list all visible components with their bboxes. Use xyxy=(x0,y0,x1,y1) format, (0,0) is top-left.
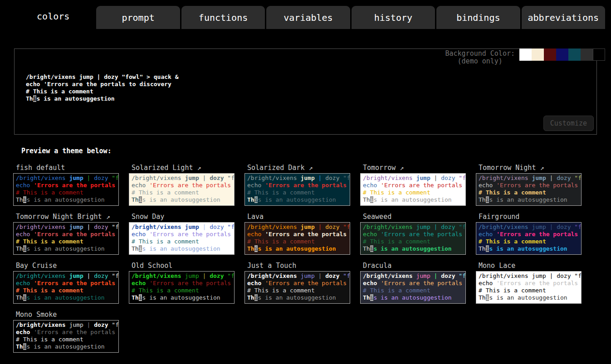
terminal-token: | xyxy=(87,175,94,181)
theme-cell: Lava/bright/vixens jump | dozy "fowl" > … xyxy=(243,211,358,260)
terminal-line: echo 'Errors are the portals to discover… xyxy=(26,81,179,88)
theme-preview-fairground[interactable]: /bright/vixens jump | dozy "fowl" > quac… xyxy=(476,222,582,255)
theme-title[interactable]: Tomorrow ↗ xyxy=(360,162,474,173)
terminal-line: # This is a comment xyxy=(479,238,579,245)
theme-name: Snow Day xyxy=(132,213,164,221)
external-link-icon[interactable]: ↗ xyxy=(304,164,313,172)
terminal-line: # This is a comment xyxy=(26,88,179,95)
theme-cell: Snow Day/bright/vixens jump | dozy "fowl… xyxy=(127,211,243,260)
terminal-token: echo xyxy=(132,182,149,189)
terminal-token: Th xyxy=(479,245,486,252)
terminal-token: # This is a comment xyxy=(247,189,315,196)
terminal-token: # This is a comment xyxy=(132,287,199,294)
terminal-line: echo 'Errors are the portals to discover… xyxy=(16,329,116,336)
terminal-line: # This is a comment xyxy=(16,189,116,196)
theme-preview-tomorrow-night[interactable]: /bright/vixens jump | dozy "fowl" > quac… xyxy=(476,173,582,206)
terminal-line: This is an autosuggestion xyxy=(479,245,579,252)
terminal-line: This is an autosuggestion xyxy=(132,196,232,204)
terminal-token: Th xyxy=(132,294,139,301)
terminal-line: This is an autosuggestion xyxy=(363,294,463,301)
tab-prompt[interactable]: prompt xyxy=(96,6,180,29)
tab-functions[interactable]: functions xyxy=(181,6,265,29)
terminal-token: "fowl" > quack & xyxy=(227,272,235,279)
terminal-token: # This is a comment xyxy=(363,287,430,294)
theme-cell: Bay Cruise/bright/vixens jump | dozy "fo… xyxy=(11,260,127,309)
terminal-token: Th xyxy=(132,196,139,203)
theme-preview-tomorrow[interactable]: /bright/vixens jump | dozy "fowl" > quac… xyxy=(360,173,466,206)
terminal-line: /bright/vixens jump | dozy "fowl" > quac… xyxy=(479,175,579,182)
terminal-token: s is an autosuggestion xyxy=(142,294,220,301)
theme-name: Just a Touch xyxy=(247,262,296,270)
terminal-token: s is an autosuggestion xyxy=(258,294,336,301)
external-link-icon[interactable]: ↗ xyxy=(193,164,201,172)
background-swatch-2[interactable] xyxy=(544,49,556,61)
terminal-token: Th xyxy=(16,343,23,350)
terminal-token: | xyxy=(87,272,94,279)
terminal-token: 'Errors are the portals to discovery xyxy=(381,280,466,286)
external-link-icon[interactable]: ↗ xyxy=(396,164,404,172)
terminal-token: dozy xyxy=(94,223,112,230)
customize-button[interactable]: Customize xyxy=(543,116,594,131)
theme-name: fish default xyxy=(16,164,65,172)
theme-preview-solarized-dark[interactable]: /bright/vixens jump | dozy "fowl" > quac… xyxy=(244,173,350,206)
terminal-token: # This is a comment xyxy=(363,189,430,196)
theme-cell: Mono Smoke/bright/vixens jump | dozy "fo… xyxy=(11,309,127,358)
tab-bindings[interactable]: bindings xyxy=(436,6,520,29)
theme-preview-old-school[interactable]: /bright/vixens jump | dozy "fowl" > quac… xyxy=(129,271,235,304)
background-swatch-3[interactable] xyxy=(556,49,568,61)
theme-preview-tomorrow-night-bright[interactable]: /bright/vixens jump | dozy "fowl" > quac… xyxy=(13,222,119,255)
terminal-token: echo xyxy=(363,280,381,286)
terminal-token: | xyxy=(434,223,441,230)
background-swatch-6[interactable] xyxy=(593,49,605,61)
terminal-line: # This is a comment xyxy=(479,287,579,294)
preview-heading: Preview a theme below: xyxy=(21,147,112,155)
theme-preview-seaweed[interactable]: /bright/vixens jump | dozy "fowl" > quac… xyxy=(360,222,466,255)
terminal-token: s is an autosuggestion xyxy=(489,245,567,252)
terminal-line: /bright/vixens jump | dozy "fowl" > quac… xyxy=(479,272,579,280)
terminal-line: /bright/vixens jump | dozy "fowl" > quac… xyxy=(16,175,116,182)
tab-abbreviations[interactable]: abbreviations xyxy=(522,6,605,29)
terminal-token: 'Errors are the portals to discovery xyxy=(265,231,350,238)
terminal-token: jump xyxy=(416,175,434,181)
terminal-token: s is an autosuggestion xyxy=(26,343,104,350)
terminal-token: 'Errors are the portals to discovery xyxy=(149,231,235,238)
terminal-token: /bright/vixens xyxy=(247,272,300,279)
background-swatch-0[interactable] xyxy=(519,49,532,61)
background-swatch-5[interactable] xyxy=(581,49,593,61)
tab-variables[interactable]: variables xyxy=(266,6,350,29)
background-swatch-1[interactable] xyxy=(532,49,544,61)
external-link-icon[interactable]: ↗ xyxy=(536,164,544,172)
theme-preview-mono-lace[interactable]: /bright/vixens jump | dozy "fowl" > quac… xyxy=(476,271,582,304)
theme-preview-just-a-touch[interactable]: /bright/vixens jump | dozy "fowl" > quac… xyxy=(244,271,350,304)
theme-name: Tomorrow Night xyxy=(479,164,536,172)
theme-preview-fish-default[interactable]: /bright/vixens jump | dozy "fowl" > quac… xyxy=(13,173,119,206)
theme-preview-solarized-light[interactable]: /bright/vixens jump | dozy "fowl" > quac… xyxy=(129,173,235,206)
external-link-icon[interactable]: ↗ xyxy=(102,213,110,221)
theme-title[interactable]: Solarized Dark ↗ xyxy=(244,162,358,173)
terminal-line: This is an autosuggestion xyxy=(132,294,232,301)
background-swatch-4[interactable] xyxy=(568,49,581,61)
theme-cell: Tomorrow Night ↗/bright/vixens jump | do… xyxy=(474,162,590,211)
theme-preview-lava[interactable]: /bright/vixens jump | dozy "fowl" > quac… xyxy=(244,222,350,255)
theme-title[interactable]: Solarized Light ↗ xyxy=(129,162,243,173)
theme-preview-bay-cruise[interactable]: /bright/vixens jump | dozy "fowl" > quac… xyxy=(13,271,119,304)
terminal-line: /bright/vixens jump | dozy "fowl" > quac… xyxy=(16,223,116,231)
tab-colors[interactable]: colors xyxy=(11,4,95,29)
terminal-token: Th xyxy=(16,245,23,252)
theme-name: Seaweed xyxy=(363,213,391,221)
theme-name: Bay Cruise xyxy=(16,262,57,270)
terminal-line: /bright/vixens jump | dozy "fowl" > quac… xyxy=(26,73,179,81)
terminal-token: 'Errors are the portals to discovery xyxy=(381,182,466,189)
theme-preview-mono-smoke[interactable]: /bright/vixens jump | dozy "fowl" > quac… xyxy=(13,320,119,353)
theme-title[interactable]: Tomorrow Night Bright ↗ xyxy=(13,211,127,222)
terminal-token: dozy xyxy=(94,321,112,328)
theme-title: Snow Day xyxy=(129,211,243,222)
terminal-line: echo 'Errors are the portals to discover… xyxy=(132,182,232,189)
terminal-token: dozy xyxy=(557,223,574,230)
terminal-line: # This is a comment xyxy=(16,336,116,343)
theme-title[interactable]: Tomorrow Night ↗ xyxy=(476,162,590,173)
tab-history[interactable]: history xyxy=(352,6,435,29)
theme-preview-dracula[interactable]: /bright/vixens jump | dozy "fowl" > quac… xyxy=(360,271,466,304)
theme-preview-snow-day[interactable]: /bright/vixens jump | dozy "fowl" > quac… xyxy=(129,222,235,255)
terminal-token: /bright/vixens xyxy=(247,175,300,181)
